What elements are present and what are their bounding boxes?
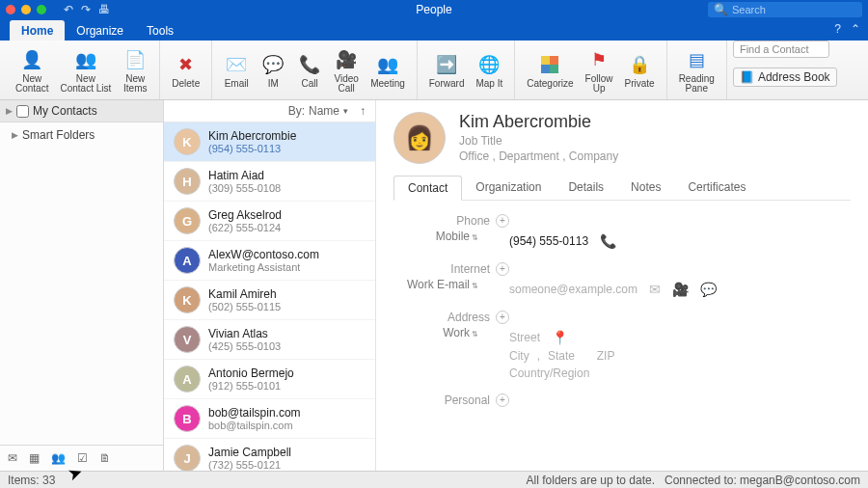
add-internet-button[interactable]: + (496, 262, 509, 276)
address-book-button[interactable]: 📘Address Book (733, 68, 837, 87)
internet-section-label: Internet (450, 262, 490, 276)
personal-section-label: Personal (445, 393, 490, 407)
add-phone-button[interactable]: + (496, 214, 509, 228)
reading-pane-button[interactable]: ▤ReadingPane (673, 47, 720, 94)
contact-photo[interactable]: 👩 (393, 112, 446, 164)
work-email-value[interactable]: someone@example.com (509, 283, 637, 296)
detail-tab-organization[interactable]: Organization (462, 176, 555, 200)
new-items-icon: 📄 (122, 47, 148, 72)
avatar: B (174, 405, 201, 432)
map-pin-icon[interactable]: 📍 (552, 330, 568, 345)
contact-row[interactable]: HHatim Aiad(309) 555-0108 (164, 162, 375, 202)
meeting-button[interactable]: 👥Meeting (365, 52, 411, 89)
detail-tab-contact[interactable]: Contact (393, 176, 462, 201)
module-switcher: ✉ ▦ 👥 ☑ 🗎 (0, 445, 163, 471)
detail-tab-certificates[interactable]: Certificates (674, 176, 759, 200)
my-contacts-checkbox[interactable] (16, 105, 29, 118)
people-icon: 👥 (375, 52, 400, 77)
contact-row-name: Antonio Bermejo (208, 366, 294, 380)
contact-row[interactable]: GGreg Akselrod(622) 555-0124 (164, 202, 375, 241)
contact-row[interactable]: AAntonio Bermejo(912) 555-0101 (164, 360, 375, 399)
avatar: G (174, 207, 201, 234)
contact-row-name: Vivian Atlas (208, 327, 281, 340)
im-button[interactable]: 💬IM (255, 52, 291, 89)
mobile-value[interactable]: (954) 555-0113 (509, 234, 588, 248)
tab-tools[interactable]: Tools (135, 20, 185, 41)
status-bar: Items: 33 All folders are up to date. Co… (0, 471, 868, 488)
contact-row[interactable]: KKamil Amireh(502) 555-0115 (164, 281, 375, 320)
contact-row[interactable]: AAlexW@contoso.comMarketing Assistant (164, 241, 375, 281)
map-it-button[interactable]: 🌐Map It (470, 52, 508, 89)
tasks-icon[interactable]: ☑ (77, 451, 88, 465)
add-address-button[interactable]: + (496, 311, 509, 324)
detail-tab-details[interactable]: Details (555, 176, 617, 200)
contact-row[interactable]: VVivian Atlas(425) 555-0103 (164, 320, 375, 360)
contact-row[interactable]: Bbob@tailspin.combob@tailspin.com (164, 399, 375, 439)
private-button[interactable]: 🔒Private (619, 52, 661, 89)
video-action-icon[interactable]: 🎥 (672, 282, 689, 297)
detail-tab-notes[interactable]: Notes (617, 176, 674, 200)
tab-organize[interactable]: Organize (65, 20, 135, 41)
tab-home[interactable]: Home (10, 20, 65, 41)
sidebar-header-label: My Contacts (33, 104, 97, 118)
follow-up-button[interactable]: ⚑FollowUp (580, 47, 619, 94)
item-count: Items: 33 (8, 474, 55, 487)
lock-icon: 🔒 (627, 52, 652, 77)
country-field[interactable]: Country/Region (509, 366, 589, 380)
sidebar-smart-folders[interactable]: ▶ Smart Folders (0, 122, 163, 148)
new-items-button[interactable]: 📄NewItems (117, 47, 153, 94)
sidebar-my-contacts[interactable]: ▶ My Contacts (0, 100, 163, 122)
contact-row-name: Kamil Amireh (208, 287, 281, 301)
forward-button[interactable]: ➡️Forward (423, 52, 471, 89)
chat-action-icon[interactable]: 💬 (700, 282, 717, 297)
contact-row-sub: (912) 555-0101 (208, 380, 294, 392)
contact-row-sub: (954) 555-0113 (208, 143, 296, 154)
zip-field[interactable]: ZIP (597, 349, 615, 363)
work-email-label[interactable]: Work E-mail (407, 278, 470, 291)
categorize-icon (537, 52, 562, 77)
chat-icon: 💬 (260, 52, 285, 77)
phone-action-icon[interactable]: 📞 (600, 233, 616, 249)
call-button[interactable]: 📞Call (291, 52, 328, 89)
sort-ascending-icon[interactable]: ↑ (360, 104, 366, 118)
contact-row-sub: (425) 555-0103 (208, 340, 281, 352)
contact-row[interactable]: KKim Abercrombie(954) 555-0113 (164, 122, 375, 162)
chevron-down-icon[interactable]: ▾ (343, 106, 348, 116)
contact-org-line[interactable]: Office , Department , Company (459, 149, 618, 163)
categorize-button[interactable]: Categorize (521, 52, 579, 89)
collapse-ribbon-icon[interactable]: ⌃ (851, 22, 860, 36)
calendar-icon[interactable]: ▦ (29, 451, 40, 465)
mobile-label[interactable]: Mobile (436, 230, 470, 243)
avatar: V (174, 326, 201, 353)
find-contact-input[interactable]: Find a Contact (733, 41, 829, 58)
avatar: A (174, 366, 201, 393)
street-field[interactable]: Street (509, 331, 540, 344)
email-action-icon[interactable]: ✉ (649, 282, 661, 297)
contact-row-name: bob@tailspin.com (208, 406, 301, 420)
address-section-label: Address (448, 311, 490, 324)
new-contact-list-button[interactable]: 👥NewContact List (54, 47, 117, 94)
flag-icon: ⚑ (586, 47, 611, 72)
delete-icon: ✖ (174, 52, 199, 77)
new-contact-button[interactable]: 👤NewContact (10, 47, 54, 94)
contact-job-title[interactable]: Job Title (459, 134, 618, 148)
help-icon[interactable]: ? (834, 22, 841, 36)
notes-icon[interactable]: 🗎 (99, 451, 111, 465)
video-call-button[interactable]: 🎥VideoCall (328, 47, 365, 94)
envelope-icon: ✉️ (224, 52, 249, 77)
forward-arrow-icon: ➡️ (434, 52, 459, 77)
avatar: J (174, 445, 201, 471)
email-button[interactable]: ✉️Email (218, 52, 255, 89)
avatar: K (174, 128, 201, 155)
contact-row-name: Greg Akselrod (208, 208, 282, 222)
city-field[interactable]: City (509, 349, 529, 363)
mail-icon[interactable]: ✉ (8, 451, 17, 465)
people-icon[interactable]: 👥 (51, 451, 66, 465)
sort-field[interactable]: Name (309, 104, 339, 118)
work-address-label[interactable]: Work (443, 326, 470, 339)
contact-row[interactable]: JJamie Campbell(732) 555-0121 (164, 439, 375, 471)
state-field[interactable]: State (548, 349, 575, 363)
delete-button[interactable]: ✖Delete (166, 52, 205, 89)
contact-row-sub: bob@tailspin.com (208, 420, 301, 431)
add-personal-button[interactable]: + (496, 393, 509, 407)
